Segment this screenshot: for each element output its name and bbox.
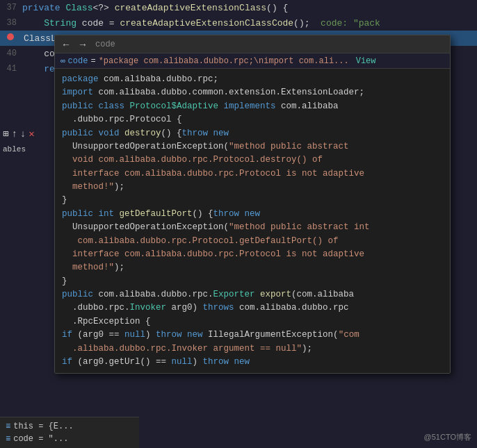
- popup-code-content[interactable]: package com.alibaba.dubbo.rpc; import co…: [55, 69, 450, 373]
- popup-line-21: .alibaba.dubbo.rpc.Invoker argument == n…: [62, 342, 443, 356]
- left-sidebar: ⊞ ↑ ↓ ✕ ables: [0, 125, 47, 156]
- popup-line-19: .RpcException {: [62, 315, 443, 329]
- sidebar-tools: ⊞ ↑ ↓ ✕: [3, 128, 45, 140]
- panel-item-code: ≡ code = "...: [6, 433, 134, 445]
- editor-container: 37 private Class<?> createAdaptiveExtens…: [0, 0, 477, 448]
- popup-line-2: import com.alibaba.dubbo.common.extensio…: [62, 86, 443, 99]
- popup-line-13: com.alibaba.dubbo.rpc.Protocol.getDefaul…: [62, 235, 443, 248]
- expand-icon[interactable]: ⊞: [3, 128, 8, 140]
- popup-line-20: if (arg0 == null) throw new IllegalArgum…: [62, 329, 443, 342]
- hint-value: *package com.alibaba.dubbo.rpc;\nimport …: [99, 56, 349, 66]
- popup-line-5: public void destroy() {throw new: [62, 127, 443, 140]
- popup-line-10: }: [62, 194, 443, 207]
- view-link[interactable]: View: [356, 56, 376, 66]
- code-label: code = "...: [13, 434, 68, 444]
- popup-line-7: void com.alibaba.dubbo.rpc.Protocol.dest…: [62, 154, 443, 167]
- popup-line-8: interface com.alibaba.dubbo.rpc.Protocol…: [62, 167, 443, 181]
- panel-item-this: ≡ this = {E...: [6, 420, 134, 433]
- popup-line-22: if (arg0.getUrl() == null) throw new: [62, 356, 443, 369]
- popup-line-3: public class Protocol$Adaptive implement…: [62, 100, 443, 113]
- toolbar-label: code: [95, 40, 115, 49]
- popup-line-9: method!");: [62, 181, 443, 194]
- this-icon: ≡: [6, 422, 10, 431]
- popup-line-4: .dubbo.rpc.Protocol {: [62, 113, 443, 126]
- popup-line-14: interface com.alibaba.dubbo.rpc.Protocol…: [62, 248, 443, 261]
- popup-line-11: public int getDefaultPort() {throw new: [62, 208, 443, 221]
- popup-line-18: .dubbo.rpc.Invoker arg0) throws com.alib…: [62, 301, 443, 315]
- bottom-panel: ≡ this = {E... ≡ code = "...: [0, 417, 139, 448]
- watermark: @51CTO博客: [424, 432, 471, 442]
- forward-button[interactable]: →: [76, 40, 90, 49]
- popup-line-16: }: [62, 275, 443, 288]
- code-line-37: 37 private Class<?> createAdaptiveExtens…: [0, 0, 477, 15]
- hint-icon: ∞: [60, 57, 65, 65]
- popup-toolbar: ← → code: [55, 35, 450, 53]
- popup-line-12: UnsupportedOperationException("method pu…: [62, 221, 443, 234]
- code-line-38: 38 String code = createAdaptiveExtension…: [0, 15, 477, 31]
- back-button[interactable]: ←: [59, 40, 73, 49]
- hint-oo-label: code: [68, 56, 88, 66]
- down-icon[interactable]: ↓: [20, 128, 26, 140]
- popup-hint-bar: ∞ code = *package com.alibaba.dubbo.rpc;…: [55, 53, 450, 69]
- code-icon: ≡: [6, 434, 10, 444]
- popup-line-6: UnsupportedOperationException("method pu…: [62, 140, 443, 154]
- popup-overlay: ← → code ∞ code = *package com.alibaba.d…: [54, 35, 451, 374]
- popup-line-15: method!");: [62, 261, 443, 274]
- variables-label: ables: [3, 145, 45, 154]
- popup-line-17: public com.alibaba.dubbo.rpc.Exporter ex…: [62, 288, 443, 301]
- breakpoint-dot: [7, 33, 14, 40]
- hint-eq: =: [90, 56, 95, 66]
- close-icon[interactable]: ✕: [29, 128, 34, 140]
- this-label: this = {E...: [13, 422, 73, 431]
- popup-line-1: package com.alibaba.dubbo.rpc;: [62, 73, 443, 86]
- up-icon[interactable]: ↑: [11, 128, 17, 140]
